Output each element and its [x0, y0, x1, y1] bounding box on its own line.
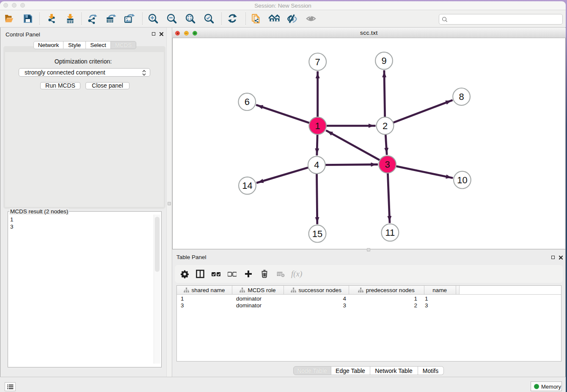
svg-text:14: 14	[242, 180, 252, 191]
svg-text:11: 11	[385, 227, 395, 238]
svg-text:4: 4	[314, 160, 319, 170]
svg-text:10: 10	[457, 175, 467, 185]
svg-text:1: 1	[315, 121, 320, 131]
svg-text:3: 3	[385, 159, 390, 170]
svg-text:15: 15	[312, 229, 322, 239]
svg-text:9: 9	[381, 55, 386, 66]
svg-text:7: 7	[315, 57, 320, 67]
svg-text:2: 2	[383, 121, 388, 131]
svg-text:6: 6	[245, 97, 250, 107]
svg-text:8: 8	[459, 91, 464, 102]
